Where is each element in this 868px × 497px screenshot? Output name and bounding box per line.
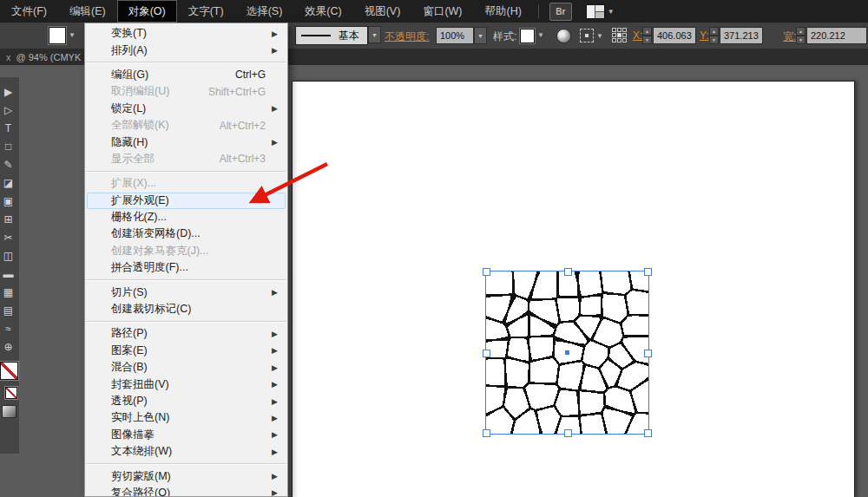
document-tab-title[interactable]: @ 94% (CMYK	[16, 52, 82, 62]
object-menu-item[interactable]: 锁定(L)▶	[87, 101, 286, 117]
object-menu-item[interactable]: 混合(B)▶	[87, 359, 286, 376]
selection-handle-n[interactable]	[564, 268, 572, 276]
zoom-tool-icon[interactable]: ⊕	[0, 337, 19, 356]
selection-tool-icon[interactable]: ▶	[0, 82, 19, 101]
paintbrush-tool-icon[interactable]: ≈	[0, 319, 19, 337]
rectangle-tool-icon[interactable]: □	[0, 137, 19, 155]
menu-separator	[86, 279, 286, 281]
object-menu-item[interactable]: 栅格化(Z)...	[87, 209, 286, 226]
type-tool-icon[interactable]: T	[0, 119, 19, 137]
tab-close-icon[interactable]: x	[6, 52, 11, 62]
object-menu-item[interactable]: 变换(T)▶	[87, 25, 286, 42]
opacity-dropdown-icon[interactable]: ▼	[474, 27, 487, 44]
stroke-style-control[interactable]: 基本 ▼	[295, 26, 381, 45]
menubar-item-8[interactable]: 帮助(H)	[474, 0, 533, 23]
menu-item-label: 显示全部	[111, 152, 155, 167]
opacity-label[interactable]: 不透明度:	[385, 29, 429, 44]
menubar-item-5[interactable]: 效果(C)	[293, 0, 352, 23]
object-menu-item[interactable]: 取消编组(U)Shift+Ctrl+G	[87, 83, 286, 100]
y-position-label[interactable]: Y:	[700, 29, 709, 42]
object-menu-item[interactable]: 复合路径(O)▶	[87, 485, 286, 497]
object-menu-item[interactable]: 扩展(X)...	[87, 175, 286, 192]
object-menu-item[interactable]: 显示全部Alt+Ctrl+3	[87, 151, 286, 167]
fill-none-swatch[interactable]	[0, 362, 18, 380]
width-label[interactable]: 宽:	[783, 29, 796, 44]
bridge-button[interactable]: Br	[549, 3, 572, 21]
y-stepper[interactable]: ▲▼	[709, 27, 719, 44]
menubar-item-1[interactable]: 编辑(E)	[58, 0, 117, 23]
menubar-item-3[interactable]: 文字(T)	[177, 0, 235, 23]
menubar-item-6[interactable]: 视图(V)	[353, 0, 412, 23]
object-menu-item[interactable]: 全部解锁(K)Alt+Ctrl+2	[87, 117, 286, 134]
select-similar-control[interactable]: ▼	[580, 29, 603, 43]
object-menu-item[interactable]: 排列(A)▶	[87, 42, 286, 58]
mesh-tool-icon[interactable]: ▦	[0, 283, 19, 301]
align-panel-icon[interactable]	[612, 28, 627, 43]
fill-color-swatch[interactable]	[49, 27, 66, 44]
submenu-arrow-icon: ▶	[272, 46, 278, 55]
object-menu-item[interactable]: 剪切蒙版(M)▶	[87, 468, 286, 484]
perspective-grid-tool-icon[interactable]: ◫	[0, 246, 19, 265]
selection-handle-nw[interactable]	[483, 268, 490, 276]
menubar-item-2[interactable]: 对象(O)	[117, 0, 177, 23]
menu-item-label: 剪切蒙版(M)	[111, 469, 171, 484]
object-menu-item[interactable]: 实时上色(N)▶	[87, 409, 286, 426]
selection-handle-w[interactable]	[483, 350, 490, 357]
x-stepper[interactable]: ▲▼	[642, 27, 652, 44]
style-label: 样式:	[493, 29, 516, 44]
gradient-tool-icon[interactable]: ▬	[0, 265, 19, 283]
menu-item-label: 扩展外观(E)	[111, 193, 169, 208]
selection-handle-ne[interactable]	[644, 268, 652, 276]
object-menu-item[interactable]: 封套扭曲(V)▶	[87, 376, 286, 392]
object-menu-item[interactable]: 创建裁切标记(C)	[87, 301, 286, 317]
opacity-control[interactable]: 100% ▼	[436, 27, 487, 44]
recolor-artwork-icon[interactable]	[556, 29, 571, 43]
object-menu-item[interactable]: 图案(E)▶	[87, 343, 286, 359]
menu-item-label: 排列(A)	[111, 43, 148, 58]
menubar-divider	[538, 4, 539, 18]
selection-handle-e[interactable]	[644, 350, 652, 357]
direct-selection-tool-icon[interactable]: ▷	[0, 101, 19, 119]
column-graph-tool-icon[interactable]: ▤	[0, 301, 19, 319]
selection-handle-se[interactable]	[644, 429, 652, 437]
object-menu-item[interactable]: 拼合透明度(F)...	[87, 259, 286, 276]
eraser-tool-icon[interactable]: ◪	[0, 173, 19, 192]
gradient-button[interactable]	[2, 405, 16, 418]
object-menu-item[interactable]: 创建对象马赛克(J)...	[87, 243, 286, 259]
object-menu-item[interactable]: 路径(P)▶	[87, 325, 286, 342]
object-menu-item[interactable]: 文本绕排(W)▶	[87, 443, 286, 460]
object-menu-item[interactable]: 图像描摹▶	[87, 427, 286, 443]
object-menu-item[interactable]: 扩展外观(E)	[87, 193, 286, 209]
object-menu-item[interactable]: 隐藏(H)▶	[87, 134, 286, 150]
selection-handle-sw[interactable]	[483, 429, 490, 437]
frame-tool-icon[interactable]: ⊞	[0, 210, 19, 228]
menubar-item-4[interactable]: 选择(S)	[235, 0, 294, 23]
x-position-label[interactable]: X:	[633, 29, 642, 42]
artboard-tool-icon[interactable]: ▣	[0, 192, 19, 210]
menu-item-label: 扩展(X)...	[111, 176, 156, 191]
selected-object-bounding-box[interactable]	[485, 271, 649, 435]
pencil-tool-icon[interactable]: ✎	[0, 155, 19, 173]
width-field[interactable]: 220.212	[806, 27, 867, 44]
menubar-item-0[interactable]: 文件(F)	[0, 0, 58, 23]
selection-center-point[interactable]	[565, 350, 569, 355]
workspace-layout-button[interactable]: ▼	[586, 4, 615, 19]
object-menu-item[interactable]: 透视(P)▶	[87, 393, 286, 409]
opacity-value[interactable]: 100%	[436, 27, 474, 44]
y-position-field[interactable]: 371.213	[720, 27, 763, 44]
style-swatch[interactable]	[520, 29, 535, 43]
object-menu-item[interactable]: 编组(G)Ctrl+G	[87, 67, 286, 83]
stroke-none-swatch[interactable]	[5, 387, 17, 399]
object-menu-item[interactable]: 切片(S)▶	[87, 284, 286, 300]
menubar-item-7[interactable]: 窗口(W)	[411, 0, 473, 23]
fill-swatch-dropdown-icon[interactable]: ▼	[69, 31, 76, 39]
width-stepper[interactable]: ▲▼	[796, 27, 806, 44]
x-position-field[interactable]: 406.063	[653, 27, 696, 44]
scissors-tool-icon[interactable]: ✂	[0, 228, 19, 246]
stroke-style-dropdown-icon[interactable]: ▼	[368, 26, 381, 43]
selection-handle-s[interactable]	[564, 429, 572, 437]
style-dropdown-icon[interactable]: ▼	[537, 31, 544, 39]
object-menu-item[interactable]: 创建渐变网格(D)...	[87, 226, 286, 242]
menu-separator	[86, 463, 286, 465]
menu-item-label: 隐藏(H)	[111, 135, 148, 150]
